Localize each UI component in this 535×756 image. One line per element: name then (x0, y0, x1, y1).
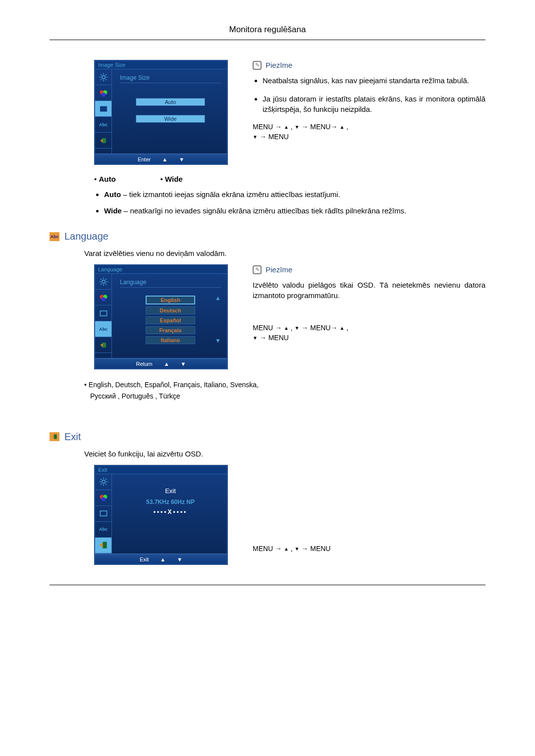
down-triangle-icon: ▼ (253, 335, 258, 342)
image-size-row: Image Size Abc Image Size Auto (50, 60, 485, 165)
up-triangle-icon: ▲ (339, 124, 344, 131)
up-triangle-icon: ▲ (160, 556, 165, 562)
down-triangle-icon: ▼ (179, 156, 184, 162)
svg-line-8 (106, 74, 107, 75)
osd-exit: Exit Abc Exit 53.7KHz 60Hz NP ••••X•••• (94, 465, 228, 565)
osd-title: Language (95, 265, 227, 273)
up-triangle-icon: ▲ (284, 325, 289, 332)
osd-title: Exit (95, 465, 227, 474)
svg-point-25 (101, 297, 105, 301)
down-triangle-icon: ▼ (253, 134, 258, 141)
footer-rule (50, 585, 485, 585)
osd-footer: Exit ▲ ▼ (95, 554, 227, 564)
svg-line-21 (101, 284, 102, 285)
note-heading: ✎ Piezīme (253, 60, 485, 70)
note1-bullet2: Ja jūsu datoram ir iestatīts platais ekr… (263, 94, 485, 114)
exit-row: Exit Abc Exit 53.7KHz 60Hz NP ••••X•••• (50, 465, 485, 565)
svg-line-6 (106, 79, 107, 80)
down-triangle-icon: ▼ (181, 361, 186, 367)
exit-content-title: Exit (120, 487, 221, 495)
note-label: Piezīme (266, 60, 292, 70)
osd-footer-action: Exit (140, 556, 149, 562)
svg-rect-26 (100, 311, 107, 316)
exit-x-line: ••••X•••• (120, 508, 221, 515)
option-auto: Auto (94, 175, 116, 183)
svg-point-0 (102, 75, 105, 79)
section-exit-title: Exit (64, 431, 81, 443)
osd-tab-image-icon (95, 305, 112, 321)
svg-line-36 (101, 484, 102, 485)
osd-image-size: Image Size Abc Image Size Auto (94, 60, 228, 165)
note-label: Piezīme (266, 264, 292, 275)
osd-option-auto: Auto (136, 98, 205, 106)
svg-line-20 (106, 284, 107, 285)
svg-rect-28 (54, 435, 57, 439)
nav-sequence-2: MENU → ▲ , ▼ → MENU→ ▲ , ▼ → MENU (253, 323, 485, 343)
svg-line-7 (101, 79, 102, 80)
nav-sequence-exit: MENU → ▲ , ▼ → MENU (253, 544, 485, 554)
osd-tab-image-icon (95, 101, 112, 117)
down-triangle-icon: ▼ (295, 124, 300, 131)
osd-footer-action: Return (136, 361, 153, 367)
note2-text: Izvēlēto valodu pielāgos tikai OSD. Tā n… (253, 280, 485, 301)
osd-tab-exit-icon (95, 337, 112, 353)
explain-wide: Wide – neatkarīgi no ievades signālu ekr… (104, 205, 485, 216)
svg-line-35 (106, 484, 107, 485)
down-triangle-icon: ▼ (295, 325, 300, 332)
up-triangle-icon: ▲ (284, 546, 289, 553)
note1-bullets: Neatbalsta signālus, kas nav pieejami st… (253, 75, 485, 114)
language-row: Language Abc Language English Deutsch (50, 264, 485, 369)
nav-sequence-1: MENU → ▲ , ▼ → MENU→ ▲ , ▼ → MENU (253, 122, 485, 142)
note1-bullet1: Neatbalsta signālus, kas nav pieejami st… (263, 75, 485, 86)
up-triangle-icon: ▲ (284, 124, 289, 131)
language-intro: Varat izvēlēties vienu no deviņām valodā… (84, 249, 485, 257)
osd-tab-image-icon (95, 506, 112, 522)
up-triangle-icon: ▲ (162, 156, 167, 162)
lang-list-line1: • English, Deutsch, Español, Français, I… (84, 379, 485, 390)
lang-deutsch: Deutsch (146, 306, 195, 314)
osd-tab-abc-icon: Abc (95, 117, 112, 133)
exit-icon (50, 432, 59, 441)
options-row: Auto Wide (94, 175, 485, 183)
svg-line-37 (106, 479, 107, 480)
osd-tab-exit-icon (95, 538, 112, 554)
svg-point-40 (101, 498, 105, 502)
osd-footer: Return ▲ ▼ (95, 358, 227, 369)
scroll-down-icon: ▼ (215, 337, 221, 344)
svg-point-29 (102, 480, 105, 484)
lang-espanol: Español (146, 316, 195, 324)
section-language-heading: Abc Language (50, 231, 485, 242)
section-language-title: Language (64, 231, 108, 242)
exit-info: 53.7KHz 60Hz NP (120, 499, 221, 505)
lang-list-line2: Русский , Português , Türkçe (84, 391, 485, 402)
down-triangle-icon: ▼ (295, 546, 300, 553)
svg-line-19 (101, 279, 102, 280)
osd-tab-color-icon (95, 85, 112, 101)
explain-auto: Auto – tiek izmantoti ieejas signāla ekr… (104, 189, 485, 200)
osd-content-title: Image Size (120, 74, 221, 83)
up-triangle-icon: ▲ (339, 325, 344, 332)
osd-footer: Enter ▲ ▼ (95, 154, 227, 164)
down-triangle-icon: ▼ (177, 556, 182, 562)
osd-title: Image Size (95, 60, 227, 69)
svg-rect-42 (103, 542, 107, 549)
osd-tab-color-icon (95, 490, 112, 506)
language-list: • English, Deutsch, Español, Français, I… (84, 379, 485, 402)
svg-line-34 (101, 479, 102, 480)
osd-tab-abc-icon: Abc (95, 522, 112, 538)
lang-italiano: Italiano (146, 336, 195, 344)
abc-icon: Abc (50, 232, 59, 241)
svg-point-14 (102, 280, 105, 283)
osd-tab-brightness-icon (95, 274, 112, 290)
section-exit-heading: Exit (50, 431, 485, 443)
explain-list: Auto – tiek izmantoti ieejas signāla ekr… (94, 189, 485, 216)
scroll-up-icon: ▲ (215, 295, 221, 302)
exit-intro: Veiciet šo funkciju, lai aizvērtu OSD. (84, 450, 485, 458)
svg-rect-41 (100, 511, 107, 516)
osd-tab-abc-icon: Abc (95, 321, 112, 337)
lang-francais: Français (146, 326, 195, 334)
option-wide: Wide (160, 175, 183, 183)
note-icon: ✎ (253, 61, 262, 70)
osd-content-title: Language (120, 279, 221, 288)
note-icon: ✎ (253, 265, 262, 274)
